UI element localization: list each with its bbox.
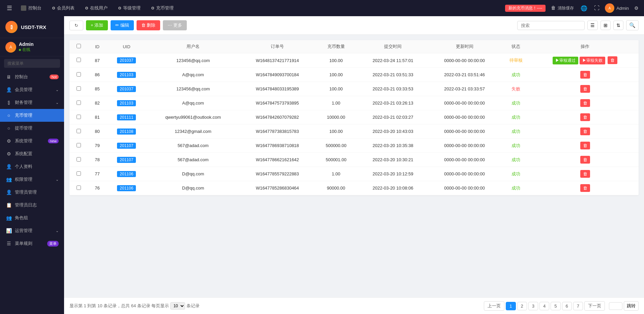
page-jump-button[interactable]: 跳转 <box>624 301 639 311</box>
nav-item-members[interactable]: 会员列表 <box>48 3 79 13</box>
page-jump-input[interactable] <box>609 302 622 310</box>
sort-button[interactable]: ⇅ <box>613 21 623 30</box>
page-button-2[interactable]: 2 <box>517 302 527 310</box>
page-button-6[interactable]: 6 <box>562 302 572 310</box>
user-status-label: 在线 <box>22 47 30 53</box>
approve-button[interactable]: ▶审核通过 <box>553 57 578 64</box>
row-amount: 100.00 <box>315 82 357 96</box>
sidebar-item-system-management[interactable]: ⚙ 系统管理 new <box>0 135 64 147</box>
clear-cache-button[interactable]: 🗑 清除缓存 <box>550 4 575 12</box>
add-button[interactable]: + 添加 <box>86 20 108 30</box>
nav-item-recharge[interactable]: 充币管理 <box>147 3 178 13</box>
sidebar-item-permissions[interactable]: 👥 权限管理 ⌄ <box>0 173 64 186</box>
refresh-button[interactable]: ↻ <box>69 21 83 30</box>
nav-item-level[interactable]: 等级管理 <box>114 3 145 13</box>
sidebar-item-menu-rules[interactable]: ☰ 菜单规则 菜单 <box>0 237 64 250</box>
row-select-checkbox[interactable] <box>77 185 81 190</box>
hamburger-icon[interactable]: ☰ <box>4 3 15 13</box>
sidebar-search-box <box>0 56 64 70</box>
profile-icon: 👤 <box>5 164 12 169</box>
row-select-checkbox[interactable] <box>77 86 81 91</box>
row-username: 123456@qq.com <box>146 82 240 96</box>
table-row: 81 201111 qwertyu99061@outlook.com W1647… <box>69 110 639 124</box>
fullscreen-icon[interactable]: ⛶ <box>593 4 601 12</box>
sidebar-item-label: 个人资料 <box>15 164 32 170</box>
row-submit-time: 2022-03-20 10:35:38 <box>357 139 429 153</box>
translate-icon[interactable]: 🌐 <box>579 4 589 13</box>
dot-icon <box>118 7 121 9</box>
sidebar-search-input[interactable] <box>4 59 60 68</box>
col-checkbox <box>69 40 88 53</box>
row-id: 85 <box>88 82 107 96</box>
delete-row-button[interactable]: 🗑 <box>580 142 590 149</box>
admin-icon: 👤 <box>5 190 12 195</box>
sidebar-item-profile[interactable]: 👤 个人资料 <box>0 160 64 173</box>
sidebar-item-member-management[interactable]: 👤 会员管理 ⌄ <box>0 83 64 96</box>
row-checkbox <box>69 53 88 68</box>
sidebar-item-withdrawal[interactable]: ○ 提币管理 <box>0 122 64 135</box>
delete-row-button[interactable]: 🗑 <box>580 113 590 121</box>
page-button-1[interactable]: 1 <box>506 302 516 310</box>
sidebar-item-dashboard[interactable]: 🖥 控制台 hot <box>0 70 64 83</box>
sidebar-item-recharge[interactable]: ○ 充币管理 <box>0 109 64 122</box>
row-select-checkbox[interactable] <box>77 143 81 147</box>
select-all-checkbox[interactable] <box>77 44 81 48</box>
sidebar-item-finance[interactable]: ₿ 财务管理 ⌄ <box>0 96 64 109</box>
row-amount: 10000.00 <box>315 110 357 124</box>
delete-row-button[interactable]: 🗑 <box>580 71 590 79</box>
row-select-checkbox[interactable] <box>77 115 81 119</box>
nav-item-online-users[interactable]: 在线用户 <box>81 3 112 13</box>
row-select-checkbox[interactable] <box>77 171 81 176</box>
row-actions: ▶审核通过▶审核失败 🗑 <box>531 53 639 68</box>
row-select-checkbox[interactable] <box>77 157 81 162</box>
admin-user-menu[interactable]: A Admin <box>605 3 629 13</box>
row-update-time: 0000-00-00 00:00:00 <box>429 96 500 110</box>
clear-cache-label: 清除缓存 <box>558 6 574 10</box>
row-select-checkbox[interactable] <box>77 101 81 105</box>
sidebar-item-role-group[interactable]: 👥 角色组 <box>0 211 64 224</box>
page-button-5[interactable]: 5 <box>551 302 560 310</box>
delete-row-button[interactable]: 🗑 <box>580 156 590 164</box>
next-page-button[interactable]: 下一页 <box>584 301 605 311</box>
delete-row-button[interactable]: 🗑 <box>580 184 590 192</box>
row-submit-time: 2022-03-21 03:51:33 <box>357 68 429 82</box>
row-order-no: W1647786621621642 <box>240 153 315 167</box>
reject-button[interactable]: ▶审核失败 <box>580 57 605 64</box>
trash-icon: 🗑 <box>551 5 556 10</box>
row-order-no: W1648137421771914 <box>240 53 315 68</box>
filter-search-button[interactable]: 🔍 <box>626 20 639 30</box>
view-list-button[interactable]: ☰ <box>587 21 598 30</box>
col-uid: UID <box>107 40 146 53</box>
sidebar-item-admin-management[interactable]: 👤 管理员管理 <box>0 186 64 199</box>
nav-item-dashboard[interactable]: 控制台 <box>16 3 46 13</box>
delete-row-button[interactable]: 🗑 <box>580 85 590 93</box>
sidebar-item-system-config[interactable]: ⚙ 系统配置 <box>0 147 64 160</box>
row-order-no: W1647786938710818 <box>240 139 315 153</box>
search-input[interactable] <box>517 21 585 30</box>
delete-button[interactable]: 🗑 删除 <box>137 20 160 30</box>
page-button-4[interactable]: 4 <box>539 302 549 310</box>
view-grid-button[interactable]: ⊞ <box>601 21 611 30</box>
page-button-7[interactable]: 7 <box>573 302 583 310</box>
edit-button[interactable]: ✏ 编辑 <box>111 20 134 30</box>
delete-row-button[interactable]: 🗑 <box>580 170 590 178</box>
page-size-select[interactable]: 10 20 50 <box>170 302 185 310</box>
delete-row-button[interactable]: 🗑 <box>608 56 617 64</box>
page-button-3[interactable]: 3 <box>528 302 538 310</box>
row-submit-time: 2022-03-20 10:12:59 <box>357 167 429 181</box>
sidebar-item-operations[interactable]: 📊 运营管理 ⌄ <box>0 224 64 237</box>
sidebar-item-admin-log[interactable]: 📋 管理员日志 <box>0 199 64 211</box>
row-select-checkbox[interactable] <box>77 129 81 133</box>
hot-badge: hot <box>50 75 59 79</box>
delete-row-button[interactable]: 🗑 <box>580 127 590 135</box>
row-select-checkbox[interactable] <box>77 72 81 77</box>
more-button[interactable]: ⋯ 更多 <box>163 20 187 30</box>
row-select-checkbox[interactable] <box>77 58 81 62</box>
notification-badge[interactable]: 新的充币消息！---- <box>505 5 546 12</box>
sidebar-item-label: 财务管理 <box>15 99 32 106</box>
settings-icon[interactable]: ⚙ <box>633 4 640 12</box>
sidebar-logo: ₿ USDT-TRX <box>0 16 64 38</box>
prev-page-button[interactable]: 上一页 <box>484 301 504 311</box>
delete-row-button[interactable]: 🗑 <box>580 99 590 107</box>
table-toolbar: ↻ + 添加 ✏ 编辑 🗑 删除 ⋯ 更多 ☰ ⊞ ⇅ 🔍 <box>64 16 644 35</box>
